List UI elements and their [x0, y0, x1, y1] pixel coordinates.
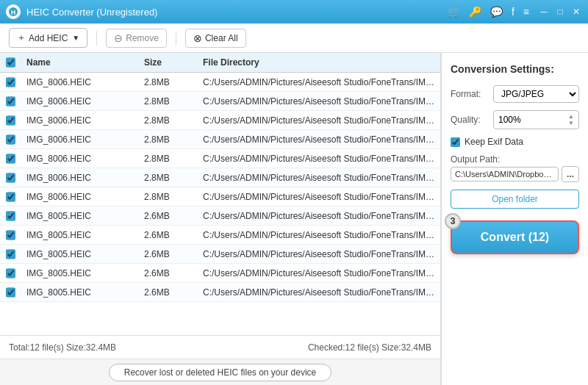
select-all-checkbox[interactable] — [6, 57, 15, 68]
convert-area: 3 Convert (12) — [451, 220, 579, 254]
table-row: IMG_8006.HEIC 2.8MB C:/Users/ADMIN/Pictu… — [0, 73, 440, 92]
table-row: IMG_8005.HEIC 2.6MB C:/Users/ADMIN/Pictu… — [0, 206, 440, 226]
row-checkbox-cell — [0, 154, 21, 164]
exif-label: Keep Exif Data — [465, 137, 523, 147]
header-name-col: Name — [21, 57, 138, 68]
row-size: 2.8MB — [138, 77, 197, 87]
facebook-icon[interactable]: f — [512, 6, 514, 18]
row-checkbox[interactable] — [6, 77, 15, 87]
table-row: IMG_8005.HEIC 2.6MB C:/Users/ADMIN/Pictu… — [0, 226, 440, 245]
row-name: IMG_8005.HEIC — [21, 287, 138, 298]
row-path: C:/Users/ADMIN/Pictures/Aiseesoft Studio… — [197, 287, 440, 298]
row-checkbox[interactable] — [6, 287, 15, 298]
row-checkbox[interactable] — [6, 211, 15, 221]
remove-button[interactable]: ⊖ Remove — [106, 29, 167, 48]
browse-button[interactable]: ... — [562, 166, 579, 182]
row-size: 2.6MB — [138, 249, 197, 259]
file-panel: Name Size File Directory IMG_8006.HEIC 2… — [0, 53, 441, 385]
row-checkbox[interactable] — [6, 154, 15, 164]
row-checkbox[interactable] — [6, 96, 15, 107]
row-name: IMG_8005.HEIC — [21, 249, 138, 259]
toolbar: ＋ Add HEIC ▼ ⊖ Remove ⊗ Clear All — [0, 24, 588, 53]
row-checkbox-cell — [0, 96, 21, 107]
row-checkbox[interactable] — [6, 268, 15, 278]
row-checkbox-cell — [0, 192, 21, 202]
format-label: Format: — [451, 89, 489, 99]
toolbar-divider-1 — [96, 31, 97, 46]
toolbar-divider-2 — [176, 31, 176, 46]
output-path-section: Output Path: C:\Users\ADMIN\Dropbox\PC..… — [451, 154, 579, 182]
row-path: C:/Users/ADMIN/Pictures/Aiseesoft Studio… — [197, 211, 440, 221]
row-path: C:/Users/ADMIN/Pictures/Aiseesoft Studio… — [197, 77, 440, 87]
row-size: 2.8MB — [138, 115, 197, 126]
clear-all-label: Clear All — [205, 33, 238, 43]
quality-down-icon[interactable]: ▼ — [568, 120, 574, 126]
row-size: 2.6MB — [138, 211, 197, 221]
menu-icon[interactable]: ≡ — [523, 6, 529, 18]
row-checkbox[interactable] — [6, 192, 15, 202]
row-path: C:/Users/ADMIN/Pictures/Aiseesoft Studio… — [197, 230, 440, 240]
settings-title: Conversion Settings: — [451, 63, 579, 75]
settings-panel: Conversion Settings: Format: JPG/JPEG PN… — [441, 53, 588, 385]
clear-all-button[interactable]: ⊗ Clear All — [185, 29, 246, 48]
row-path: C:/Users/ADMIN/Pictures/Aiseesoft Studio… — [197, 249, 440, 259]
row-checkbox[interactable] — [6, 134, 15, 145]
convert-button[interactable]: Convert (12) — [451, 220, 579, 254]
checked-status: Checked:12 file(s) Size:32.4MB — [308, 342, 431, 353]
quality-label: Quality: — [451, 115, 489, 125]
row-size: 2.8MB — [138, 134, 197, 145]
header-size-col: Size — [138, 57, 197, 68]
row-checkbox-cell — [0, 287, 21, 298]
recover-bar: Recover lost or deleted HEIC files on yo… — [0, 359, 440, 385]
row-checkbox-cell — [0, 134, 21, 145]
minimize-button[interactable]: ─ — [538, 6, 550, 18]
row-name: IMG_8005.HEIC — [21, 268, 138, 278]
file-table-body: IMG_8006.HEIC 2.8MB C:/Users/ADMIN/Pictu… — [0, 73, 440, 335]
row-checkbox-cell — [0, 115, 21, 126]
open-folder-button[interactable]: Open folder — [451, 190, 579, 209]
row-name: IMG_8005.HEIC — [21, 211, 138, 221]
quality-stepper[interactable]: ▲ ▼ — [568, 113, 574, 126]
quality-up-icon[interactable]: ▲ — [568, 113, 574, 120]
table-row: IMG_8006.HEIC 2.8MB C:/Users/ADMIN/Pictu… — [0, 92, 440, 111]
row-name: IMG_8006.HEIC — [21, 173, 138, 183]
row-checkbox[interactable] — [6, 173, 15, 183]
row-path: C:/Users/ADMIN/Pictures/Aiseesoft Studio… — [197, 154, 440, 164]
key-icon[interactable]: 🔑 — [469, 6, 481, 18]
row-checkbox-cell — [0, 211, 21, 221]
row-size: 2.8MB — [138, 173, 197, 183]
table-row: IMG_8005.HEIC 2.6MB C:/Users/ADMIN/Pictu… — [0, 245, 440, 264]
output-path-label: Output Path: — [451, 154, 579, 165]
clear-all-icon: ⊗ — [193, 32, 202, 44]
total-status: Total:12 file(s) Size:32.4MB — [9, 342, 116, 353]
row-checkbox-cell — [0, 249, 21, 259]
remove-label: Remove — [126, 33, 159, 43]
cart-icon[interactable]: 🛒 — [448, 6, 460, 18]
close-button[interactable]: ✕ — [570, 6, 582, 18]
remove-icon: ⊖ — [114, 32, 123, 44]
row-size: 2.8MB — [138, 192, 197, 202]
row-size: 2.6MB — [138, 268, 197, 278]
add-dropdown-icon: ▼ — [72, 34, 79, 42]
exif-row: Keep Exif Data — [451, 137, 579, 147]
exif-checkbox[interactable] — [451, 137, 460, 147]
table-row: IMG_8006.HEIC 2.8MB C:/Users/ADMIN/Pictu… — [0, 111, 440, 130]
status-bar: Total:12 file(s) Size:32.4MB Checked:12 … — [0, 335, 440, 359]
quality-row: Quality: 100% ▲ ▼ — [451, 110, 579, 129]
row-name: IMG_8006.HEIC — [21, 134, 138, 145]
row-path: C:/Users/ADMIN/Pictures/Aiseesoft Studio… — [197, 96, 440, 107]
maximize-button[interactable]: □ — [554, 6, 566, 18]
recover-button[interactable]: Recover lost or deleted HEIC files on yo… — [109, 364, 331, 381]
row-checkbox[interactable] — [6, 230, 15, 240]
row-name: IMG_8006.HEIC — [21, 154, 138, 164]
format-row: Format: JPG/JPEG PNG GIF BMP TIFF — [451, 85, 579, 103]
row-checkbox[interactable] — [6, 115, 15, 126]
format-select[interactable]: JPG/JPEG PNG GIF BMP TIFF — [493, 85, 579, 103]
table-row: IMG_8006.HEIC 2.8MB C:/Users/ADMIN/Pictu… — [0, 149, 440, 168]
output-path-value: C:\Users\ADMIN\Dropbox\PC... — [451, 167, 559, 181]
row-checkbox-cell — [0, 77, 21, 87]
add-heic-button[interactable]: ＋ Add HEIC ▼ — [9, 28, 87, 48]
chat-icon[interactable]: 💬 — [490, 6, 503, 18]
row-checkbox[interactable] — [6, 249, 15, 259]
table-row: IMG_8005.HEIC 2.6MB C:/Users/ADMIN/Pictu… — [0, 264, 440, 283]
